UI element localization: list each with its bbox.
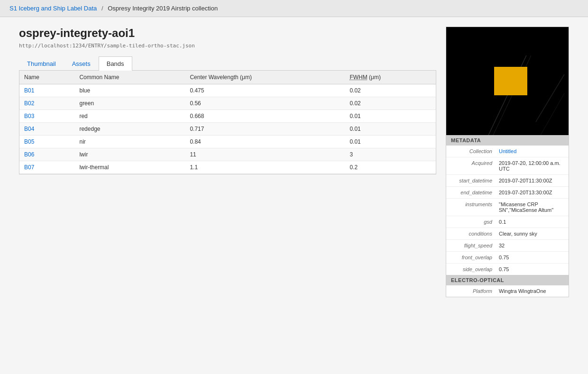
band-common-cell: nir [74, 136, 185, 148]
band-wavelength-cell: 0.717 [185, 123, 345, 136]
tab-bands[interactable]: Bands [99, 56, 132, 71]
metadata-value: 0.75 [496, 254, 569, 261]
metadata-row: Collection Untitled [446, 146, 569, 157]
col-common-name: Common Name [74, 71, 185, 84]
breadcrumb-link[interactable]: S1 Iceberg and Ship Label Data [9, 5, 97, 12]
main-content: osprey-integrety-aoi1 http://localhost:1… [9, 17, 579, 307]
band-name-cell: B04 [19, 123, 74, 136]
thumbnail-highlight-rect [494, 67, 527, 95]
band-fwhm-cell: 0.01 [345, 110, 436, 123]
table-row: B04 rededge 0.717 0.01 [19, 123, 436, 136]
band-fwhm-cell: 0.2 [345, 161, 436, 174]
metadata-key: flight_speed [446, 242, 496, 249]
electro-optical-section: ELECTRO-OPTICAL Platform Wingtra Wingtra… [446, 275, 569, 297]
band-wavelength-cell: 0.475 [185, 84, 345, 97]
table-row: B03 red 0.668 0.01 [19, 110, 436, 123]
band-name-cell: B01 [19, 84, 74, 97]
page-title: osprey-integrety-aoi1 [19, 27, 436, 40]
band-wavelength-cell: 0.84 [185, 136, 345, 148]
metadata-key: end_datetime [446, 189, 496, 196]
tabs-bar: Thumbnail Assets Bands [19, 56, 436, 71]
band-common-cell: green [74, 97, 185, 110]
table-row: B02 green 0.56 0.02 [19, 97, 436, 110]
bands-table: Name Common Name Center Wavelength (μm) … [19, 71, 436, 174]
band-wavelength-cell: 1.1 [185, 161, 345, 174]
metadata-fields: Collection Untitled Acquired 2019-07-20,… [446, 146, 569, 275]
col-fwhm: FWHM (μm) [345, 71, 436, 84]
metadata-value: Clear, sunny sky [496, 230, 569, 237]
breadcrumb-separator: / [101, 5, 103, 12]
band-name-cell: B07 [19, 161, 74, 174]
metadata-key: Collection [446, 147, 496, 155]
right-panel: METADATA Collection Untitled Acquired 20… [446, 27, 569, 297]
band-fwhm-cell: 0.02 [345, 84, 436, 97]
tab-thumbnail[interactable]: Thumbnail [19, 56, 64, 71]
band-wavelength-cell: 0.56 [185, 97, 345, 110]
metadata-row: front_overlap 0.75 [446, 252, 569, 264]
band-common-cell: rededge [74, 123, 185, 136]
metadata-value: 32 [496, 242, 569, 249]
metadata-key: conditions [446, 230, 496, 237]
metadata-row: conditions Clear, sunny sky [446, 228, 569, 240]
band-common-cell: lwir [74, 148, 185, 161]
table-row: B05 nir 0.84 0.01 [19, 136, 436, 148]
band-name-cell: B02 [19, 97, 74, 110]
eo-key: Platform [446, 287, 496, 295]
table-row: B06 lwir 11 3 [19, 148, 436, 161]
band-common-cell: blue [74, 84, 185, 97]
metadata-value: 2019-07-20T13:30:00Z [496, 189, 569, 196]
metadata-row: gsd 0.1 [446, 216, 569, 228]
metadata-key: gsd [446, 218, 496, 226]
metadata-row: instruments "Micasense CRP SN","MicaSens… [446, 199, 569, 216]
thumbnail-image [446, 27, 569, 135]
entry-url: http://localhost:1234/ENTRY/sample-tiled… [19, 43, 436, 49]
col-wavelength: Center Wavelength (μm) [185, 71, 345, 84]
metadata-key: side_overlap [446, 265, 496, 273]
band-wavelength-cell: 0.668 [185, 110, 345, 123]
band-name-cell: B06 [19, 148, 74, 161]
tab-assets[interactable]: Assets [64, 56, 99, 71]
band-wavelength-cell: 11 [185, 148, 345, 161]
svg-line-3 [541, 93, 564, 135]
band-name-cell: B03 [19, 110, 74, 123]
right-panel-inner: METADATA Collection Untitled Acquired 20… [446, 27, 569, 297]
electro-optical-header: ELECTRO-OPTICAL [446, 275, 569, 285]
metadata-key: Acquired [446, 159, 496, 173]
metadata-value: 2019-07-20T11:30:00Z [496, 177, 569, 184]
band-common-cell: red [74, 110, 185, 123]
table-header-row: Name Common Name Center Wavelength (μm) … [19, 71, 436, 84]
metadata-row: start_datetime 2019-07-20T11:30:00Z [446, 175, 569, 187]
band-name-cell: B05 [19, 136, 74, 148]
band-fwhm-cell: 0.02 [345, 97, 436, 110]
bands-table-container: Name Common Name Center Wavelength (μm) … [19, 71, 436, 174]
col-name: Name [19, 71, 74, 84]
metadata-link[interactable]: Untitled [499, 148, 516, 154]
metadata-key: front_overlap [446, 254, 496, 261]
electro-optical-row: Platform Wingtra WingtraOne [446, 285, 569, 297]
metadata-value: 2019-07-20, 12:00:00 a.m. UTC [496, 159, 569, 173]
metadata-row: Acquired 2019-07-20, 12:00:00 a.m. UTC [446, 157, 569, 175]
eo-value: Wingtra WingtraOne [496, 287, 569, 295]
metadata-row: side_overlap 0.75 [446, 264, 569, 275]
svg-line-2 [536, 74, 564, 122]
table-row: B07 lwir-thermal 1.1 0.2 [19, 161, 436, 174]
band-common-cell: lwir-thermal [74, 161, 185, 174]
metadata-header: METADATA [446, 135, 569, 146]
table-row: B01 blue 0.475 0.02 [19, 84, 436, 97]
band-fwhm-cell: 0.01 [345, 136, 436, 148]
band-fwhm-cell: 0.01 [345, 123, 436, 136]
breadcrumb: S1 Iceberg and Ship Label Data / Ospresy… [0, 0, 588, 17]
metadata-row: flight_speed 32 [446, 240, 569, 252]
metadata-value: 0.1 [496, 218, 569, 226]
metadata-value: "Micasense CRP SN","MicaSense Altum" [496, 201, 569, 214]
metadata-row: end_datetime 2019-07-20T13:30:00Z [446, 187, 569, 199]
electro-optical-fields: Platform Wingtra WingtraOne [446, 285, 569, 297]
metadata-key: instruments [446, 201, 496, 214]
metadata-value: 0.75 [496, 265, 569, 273]
breadcrumb-current: Ospresy Integrity 2019 Airstrip collecti… [108, 5, 218, 12]
band-fwhm-cell: 3 [345, 148, 436, 161]
metadata-section: METADATA Collection Untitled Acquired 20… [446, 135, 569, 275]
metadata-key: start_datetime [446, 177, 496, 184]
left-panel: osprey-integrety-aoi1 http://localhost:1… [19, 27, 436, 297]
metadata-value: Untitled [496, 147, 569, 155]
